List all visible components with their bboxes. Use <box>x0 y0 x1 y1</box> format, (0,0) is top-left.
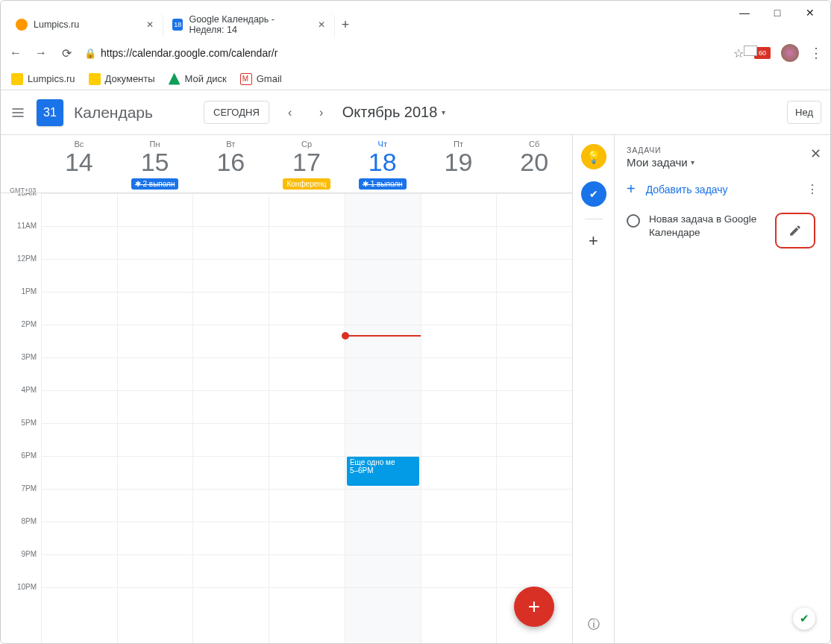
add-task-row[interactable]: + Добавить задачу ⋮ <box>615 169 830 205</box>
plus-icon: + <box>627 181 636 198</box>
day-header-today[interactable]: Чт18✱ 1 выполн <box>345 135 421 193</box>
close-icon[interactable]: ✕ <box>146 19 154 30</box>
day-column[interactable] <box>269 193 345 644</box>
day-header[interactable]: Пн15✱ 2 выполн <box>117 135 193 193</box>
edit-task-button[interactable] <box>775 213 815 248</box>
day-header[interactable]: Вс14 <box>41 135 117 193</box>
day-column[interactable] <box>421 193 497 644</box>
window-close[interactable]: ✕ <box>800 4 820 21</box>
tasks-heading: ЗАДАЧИ <box>627 146 818 154</box>
favicon-icon: 18 <box>172 19 183 31</box>
forward-button[interactable]: → <box>34 46 48 60</box>
favicon-icon <box>16 19 28 31</box>
browser-tab-calendar[interactable]: 18 Google Календарь - Неделя: 14 ✕ <box>163 13 335 37</box>
bookmark-documents[interactable]: Документы <box>89 73 155 85</box>
now-indicator <box>345 335 421 337</box>
calendar-view: GMT+03 Вс14 Пн15✱ 2 выполн Вт16 Ср17Конф… <box>1 135 572 644</box>
day-column[interactable] <box>496 193 572 644</box>
bookmark-star-icon[interactable]: ☆ <box>733 46 744 60</box>
task-chip[interactable]: ✱ 1 выполн <box>359 178 407 190</box>
add-app-icon[interactable]: + <box>589 231 598 251</box>
add-task-label: Добавить задачу <box>646 184 728 196</box>
close-icon[interactable]: ✕ <box>318 19 325 30</box>
side-rail: 💡 ✔ + ⓘ <box>572 135 614 644</box>
more-icon[interactable]: ⋮ <box>806 182 818 196</box>
window-maximize[interactable]: □ <box>768 4 787 21</box>
app-title: Календарь <box>74 104 153 122</box>
task-checkbox[interactable] <box>627 214 640 228</box>
day-column-today[interactable]: Еще одно ме5–6PM <box>345 193 421 644</box>
event-chip[interactable]: Конференц <box>283 178 330 190</box>
shield-badge[interactable]: ✔ <box>793 607 815 630</box>
info-icon[interactable]: ⓘ <box>588 617 600 633</box>
calendar-logo: 31 <box>37 99 63 126</box>
day-header[interactable]: Сб20 <box>496 135 572 193</box>
address-bar[interactable]: 🔒 https://calendar.google.com/calendar/r <box>84 43 723 63</box>
chevron-down-icon: ▾ <box>442 108 445 116</box>
task-text: Новая задача в Google Календаре <box>649 213 766 240</box>
task-item[interactable]: Новая задача в Google Календаре <box>615 205 830 256</box>
bookmark-gmail[interactable]: MGmail <box>240 73 282 85</box>
keep-icon[interactable]: 💡 <box>581 144 606 169</box>
day-column[interactable] <box>192 193 269 644</box>
prev-button[interactable]: ‹ <box>280 102 301 123</box>
window-minimize[interactable]: — <box>735 4 754 21</box>
next-button[interactable]: › <box>311 102 332 123</box>
browser-tab-lumpics[interactable]: Lumpics.ru ✕ <box>7 13 163 37</box>
tab-title: Lumpics.ru <box>34 19 79 30</box>
time-grid[interactable]: 10AM11AM12PM 1PM2PM3PM 4PM5PM6PM 7PM8PM9… <box>1 193 572 644</box>
reload-button[interactable]: ⟳ <box>59 46 74 60</box>
url-text: https://calendar.google.com/calendar/r <box>101 47 277 59</box>
divider <box>585 219 603 219</box>
calendar-event[interactable]: Еще одно ме5–6PM <box>347 456 419 486</box>
task-chip[interactable]: ✱ 2 выполн <box>131 178 179 190</box>
bookmarks-bar: Lumpics.ru Документы Мой диск MGmail <box>1 68 830 90</box>
tab-strip: Lumpics.ru ✕ 18 Google Календарь - Недел… <box>1 11 830 38</box>
chevron-down-icon: ▾ <box>691 158 694 166</box>
day-column[interactable] <box>117 193 193 644</box>
month-label[interactable]: Октябрь 2018▾ <box>342 104 446 121</box>
calendar-header: 31 Календарь СЕГОДНЯ ‹ › Октябрь 2018▾ Н… <box>1 90 830 135</box>
close-panel-button[interactable]: ✕ <box>810 146 821 162</box>
window-controls: — □ ✕ <box>729 1 826 21</box>
bookmark-lumpics[interactable]: Lumpics.ru <box>11 73 75 85</box>
day-header[interactable]: Вт16 <box>192 135 269 193</box>
browser-toolbar: ← → ⟳ 🔒 https://calendar.google.com/cale… <box>1 38 830 68</box>
day-column[interactable] <box>41 193 117 644</box>
hour-labels: 10AM11AM12PM 1PM2PM3PM 4PM5PM6PM 7PM8PM9… <box>1 193 41 644</box>
tasks-list-selector[interactable]: Мои задачи▾ <box>627 156 818 169</box>
day-headers: GMT+03 Вс14 Пн15✱ 2 выполн Вт16 Ср17Конф… <box>1 135 572 193</box>
new-tab-button[interactable]: + <box>335 14 356 35</box>
hamburger-icon[interactable] <box>10 104 26 121</box>
profile-avatar[interactable] <box>781 44 799 62</box>
day-header[interactable]: Ср17Конференц <box>269 135 345 193</box>
back-button[interactable]: ← <box>8 46 23 60</box>
tab-title: Google Календарь - Неделя: 14 <box>189 14 312 35</box>
create-fab[interactable]: + <box>514 587 554 627</box>
bookmark-drive[interactable]: Мой диск <box>169 73 227 85</box>
today-button[interactable]: СЕГОДНЯ <box>204 101 269 124</box>
gmail-badge[interactable]: 60 <box>754 47 771 59</box>
day-header[interactable]: Пт19 <box>421 135 497 193</box>
browser-menu-icon[interactable]: ⋮ <box>809 45 823 61</box>
pencil-icon <box>788 224 802 237</box>
tasks-icon[interactable]: ✔ <box>581 181 606 207</box>
tasks-panel: ЗАДАЧИ Мои задачи▾ ✕ + Добавить задачу ⋮… <box>614 135 830 644</box>
lock-icon: 🔒 <box>84 48 96 59</box>
view-selector[interactable]: Нед <box>787 101 821 124</box>
